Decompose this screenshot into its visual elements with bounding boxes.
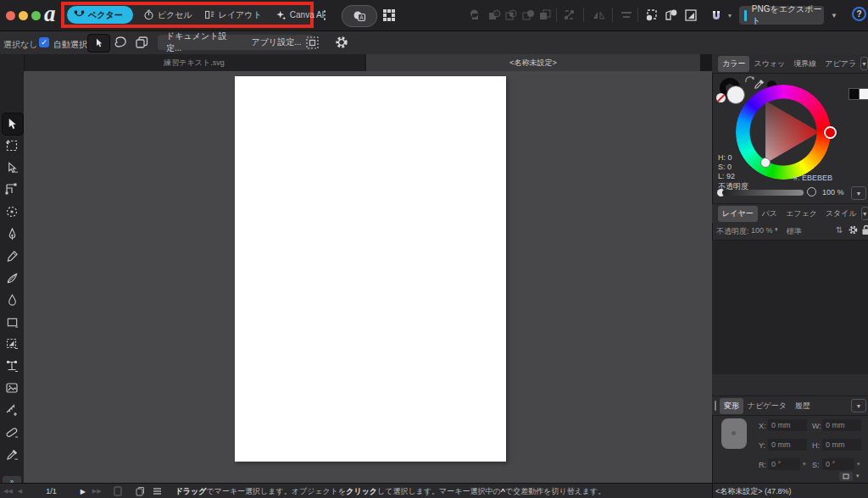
insert-behind-icon[interactable] [664,8,679,23]
transform-options-chevron[interactable]: ▾ [856,473,860,479]
snapping-magnet-icon[interactable] [709,8,724,23]
opacity-value[interactable]: 100 % [822,188,844,196]
boolean-divide-icon[interactable] [520,8,536,23]
w-field[interactable]: 0 mm [822,419,861,431]
transform-options-button[interactable] [839,472,853,481]
document-tab-active[interactable]: <名称未設定> [366,54,700,71]
tab-navigator[interactable]: ナビゲータ [743,398,791,414]
move-tool[interactable] [4,116,19,131]
persona-tab-canva-ai[interactable]: Canva AI [275,9,325,20]
tab-transform[interactable]: 変形 [720,398,743,414]
layers-list-empty[interactable] [712,240,868,376]
grid-view-icon[interactable] [381,8,397,23]
insert-inside-icon[interactable] [683,8,698,23]
measure-tool[interactable] [4,402,19,418]
zoom-window-button[interactable] [31,11,41,20]
tab-layers[interactable]: レイヤー [718,206,758,222]
tab-effects[interactable]: エフェク [782,206,821,222]
document-page[interactable] [235,76,506,462]
panel-chevron-down-icon[interactable]: ▼ [861,207,868,220]
color-picker-tool[interactable] [4,446,19,462]
list-view-icon[interactable] [153,487,162,496]
mesh-warp-tool[interactable] [4,358,19,374]
anchor-point-selector[interactable] [721,418,747,449]
document-tab-inactive[interactable]: 練習テキスト.svg [24,54,364,71]
opacity-chevron-icon[interactable]: ▼ [851,186,866,200]
alignment-icon[interactable] [619,8,634,23]
tab-stroke[interactable]: 境界線 [789,56,821,72]
toolbar-overflow-button[interactable] [319,7,331,24]
panel-fill-color-well[interactable] [726,86,745,104]
add-page-icon[interactable] [114,486,122,496]
document-settings-button[interactable]: ドキュメント設定... [158,35,249,50]
s-chevron-icon[interactable]: ▾ [857,461,860,468]
opacity-slider-track[interactable] [722,190,804,196]
rectangle-tool[interactable] [4,314,19,329]
node-tool[interactable] [4,160,19,175]
export-png-button[interactable]: PNGをエクスポート [739,6,824,25]
boolean-combine-icon[interactable] [537,8,553,23]
lock-icon[interactable] [861,224,868,235]
r-chevron-icon[interactable]: ▾ [803,461,806,468]
snapping-dropdown-chevron[interactable]: ▼ [726,8,734,23]
flip-horizontal-icon[interactable] [592,8,607,23]
point-transform-tool[interactable] [4,204,19,219]
tab-styles[interactable]: スタイル [821,206,861,222]
y-field[interactable]: 0 mm [768,439,807,451]
artboard-tool[interactable] [4,138,19,153]
layer-opacity-value[interactable]: 100 % [751,226,773,235]
last-page-button[interactable]: ▶▶ [92,488,102,495]
gradient-tool[interactable] [4,424,19,440]
panel-chevron-down-icon[interactable]: ▼ [851,399,866,412]
spread-setup-icon[interactable] [305,36,320,50]
contour-tool[interactable] [4,182,19,197]
pencil-tool[interactable] [4,248,19,263]
panel-grip[interactable] [715,401,716,411]
r-field[interactable]: 0 ° [768,458,800,470]
picture-frame-tool[interactable] [4,380,19,396]
tab-paths[interactable]: パス [758,206,782,222]
tab-history[interactable]: 履歴 [791,398,815,414]
pen-tool[interactable] [4,226,19,241]
tab-swatches[interactable]: スウォッ [749,56,789,72]
no-color-well[interactable] [716,93,726,102]
select-cursor-mode-button[interactable] [87,34,110,53]
white-swatch[interactable] [859,88,868,100]
export-options-chevron[interactable]: ▼ [826,6,842,25]
persona-tab-pixel[interactable]: ピクセル [143,9,192,21]
auto-select-checkbox[interactable]: ✓ [39,37,49,47]
minimize-window-button[interactable] [19,11,28,20]
select-stack-mode-button[interactable] [134,35,150,51]
insert-target-icon[interactable] [562,8,577,23]
x-field[interactable]: 0 mm [768,419,807,431]
close-window-button[interactable] [6,11,15,20]
boolean-intersect-icon[interactable] [504,8,519,23]
fill-tool[interactable] [4,292,19,307]
shape-builder-tool[interactable] [4,336,19,351]
transform-objects-separately-icon[interactable] [644,8,659,23]
content-link-toggle[interactable]: A [342,5,377,27]
h-field[interactable]: 0 mm [822,439,861,451]
first-page-button[interactable]: ◀◀ [3,488,13,495]
boolean-subtract-icon[interactable] [487,8,502,23]
hue-selector-knob[interactable] [824,126,837,139]
boolean-add-icon[interactable] [470,8,485,23]
blend-mode-value[interactable]: 標準 [787,226,802,237]
tab-appearance[interactable]: アピアラ [821,56,860,72]
blend-stepper-icon[interactable]: ⇅ [836,225,843,235]
opacity-wheel-toggle[interactable] [807,187,816,196]
saturation-selector-knob[interactable] [760,158,771,168]
next-page-button[interactable]: ▶ [81,488,86,495]
vector-brush-tool[interactable] [4,270,19,285]
panel-chevron-down-icon[interactable]: ▼ [860,57,868,70]
persona-tab-layout[interactable]: レイアウト [204,9,262,21]
canvas-viewport[interactable] [24,71,712,483]
select-lasso-mode-button[interactable] [113,35,129,51]
gear-icon[interactable] [334,35,349,50]
layer-settings-gear-icon[interactable] [848,224,859,235]
app-settings-button[interactable]: アプリ設定... [239,35,314,50]
help-button[interactable]: ? [852,7,866,21]
s-field[interactable]: 0 ° [822,458,854,470]
prev-page-button[interactable]: ◀ [18,488,22,495]
layer-opacity-chevron[interactable]: ▾ [775,226,778,233]
